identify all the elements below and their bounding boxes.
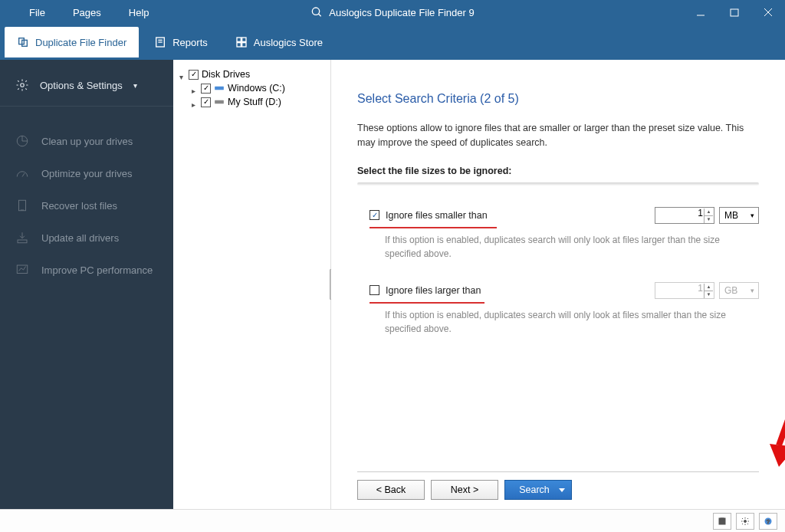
svg-point-0 — [312, 8, 319, 15]
window-controls — [684, 0, 785, 25]
gauge-icon — [15, 166, 29, 180]
save-icon — [718, 517, 727, 526]
ignore-larger-label: Ignore files larger than — [386, 285, 481, 296]
section-divider — [357, 182, 759, 186]
app-title: Auslogics Duplicate File Finder 9 — [310, 6, 474, 18]
options-settings-label: Options & Settings — [40, 80, 123, 91]
search-button[interactable]: Search — [504, 480, 572, 500]
recover-icon — [15, 199, 29, 212]
duplicate-icon — [17, 36, 29, 48]
sidebar-item-cleanup[interactable]: Clean up your drives — [0, 125, 173, 157]
svg-rect-14 — [241, 43, 245, 47]
chevron-down-icon: ▾ — [133, 81, 137, 90]
sidebar-item-optimize[interactable]: Optimize your drives — [0, 157, 173, 189]
section-label: Select the file sizes to be ignored: — [357, 166, 759, 176]
checkbox-checked[interactable]: ✓ — [189, 70, 199, 80]
caret-right-icon[interactable] — [192, 85, 198, 91]
settings-icon-button[interactable] — [736, 513, 754, 530]
tree-label: Disk Drives — [202, 69, 250, 80]
tab-label: Auslogics Store — [254, 37, 323, 48]
status-bar: ? — [0, 509, 785, 532]
svg-rect-22 — [215, 87, 224, 90]
svg-rect-12 — [241, 38, 245, 41]
annotation-arrow-icon — [768, 370, 785, 470]
checkbox-ignore-smaller[interactable]: ✓ — [370, 210, 379, 220]
maximize-button[interactable] — [718, 0, 751, 25]
help-icon-button[interactable]: ? — [759, 513, 777, 530]
save-icon-button[interactable] — [713, 513, 731, 530]
gear-icon — [741, 517, 750, 526]
sidebar-item-label: Clean up your drives — [41, 136, 133, 147]
tree-drive-d[interactable]: ✓ My Stuff (D:) — [192, 95, 324, 109]
sidebar-item-performance[interactable]: Improve PC performance — [0, 254, 173, 286]
tab-label: Reports — [172, 37, 208, 48]
drive-tree: ✓ Disk Drives ✓ Windows (C:) ✓ My Stuff … — [173, 60, 331, 509]
larger-value-input: 1 ▲▼ — [655, 282, 714, 299]
sidebar-item-recover[interactable]: Recover lost files — [0, 189, 173, 222]
caret-right-icon[interactable] — [192, 99, 198, 105]
larger-help-text: If this option is enabled, duplicates se… — [357, 308, 733, 336]
smaller-value-input[interactable]: 1 ▲▼ — [655, 207, 714, 224]
svg-rect-13 — [237, 43, 241, 47]
drive-icon — [214, 83, 225, 94]
annotation-underline — [370, 302, 484, 304]
menu-pages[interactable]: Pages — [59, 2, 115, 23]
svg-line-1 — [318, 14, 320, 16]
checkbox-checked[interactable]: ✓ — [201, 97, 211, 107]
help-icon: ? — [764, 517, 773, 526]
back-button[interactable]: < Back — [357, 480, 425, 500]
caret-down-icon[interactable] — [179, 71, 186, 77]
tree-drive-c[interactable]: ✓ Windows (C:) — [192, 81, 324, 95]
next-button[interactable]: Next > — [431, 480, 498, 500]
magnifier-icon — [310, 6, 323, 18]
drive-icon — [214, 97, 225, 107]
svg-rect-20 — [18, 240, 27, 243]
chart-icon — [15, 263, 29, 277]
sidebar-item-label: Optimize your drives — [41, 168, 132, 179]
spinner[interactable]: ▲▼ — [704, 209, 713, 222]
close-button[interactable] — [751, 0, 785, 25]
svg-text:?: ? — [767, 518, 770, 524]
tab-store[interactable]: Auslogics Store — [223, 27, 335, 57]
report-icon — [154, 36, 166, 48]
svg-point-15 — [21, 84, 25, 87]
checkbox-ignore-larger[interactable] — [370, 285, 379, 295]
sidebar-item-label: Recover lost files — [41, 200, 117, 212]
sidebar-item-drivers[interactable]: Update all drivers — [0, 222, 173, 254]
spinner: ▲▼ — [704, 284, 713, 297]
wizard-page: Select Search Criteria (2 of 5) These op… — [331, 60, 785, 509]
page-title: Select Search Criteria (2 of 5) — [357, 92, 759, 106]
tab-duplicate-file-finder[interactable]: Duplicate File Finder — [5, 27, 139, 57]
tree-root[interactable]: ✓ Disk Drives — [179, 67, 324, 81]
checkbox-checked[interactable]: ✓ — [201, 84, 211, 94]
menu-file[interactable]: File — [15, 2, 59, 23]
larger-unit-select: GB — [719, 282, 759, 299]
svg-line-17 — [22, 173, 25, 177]
svg-rect-25 — [721, 518, 724, 521]
ribbon-tabs: Duplicate File Finder Reports Auslogics … — [0, 25, 785, 60]
gear-icon — [15, 78, 29, 92]
tab-reports[interactable]: Reports — [142, 27, 220, 57]
sidebar-item-label: Update all drivers — [41, 232, 119, 244]
tree-label: My Stuff (D:) — [228, 97, 281, 107]
minimize-button[interactable] — [684, 0, 718, 25]
pie-icon — [15, 134, 29, 148]
menu-help[interactable]: Help — [115, 2, 163, 23]
svg-rect-11 — [237, 38, 241, 41]
smaller-unit-select[interactable]: MB — [719, 207, 759, 224]
smaller-help-text: If this option is enabled, duplicates se… — [357, 233, 733, 261]
sidebar-item-label: Improve PC performance — [41, 264, 153, 276]
page-description: These options allow to ignore files that… — [357, 121, 759, 150]
ignore-smaller-label: Ignore files smaller than — [386, 210, 488, 221]
wizard-footer: < Back Next > Search — [357, 471, 759, 500]
store-icon — [235, 36, 248, 48]
annotation-underline — [370, 227, 497, 228]
options-settings-button[interactable]: Options & Settings ▾ — [0, 60, 173, 107]
svg-point-26 — [744, 520, 747, 522]
title-bar: File Pages Help Auslogics Duplicate File… — [0, 0, 785, 25]
svg-rect-23 — [215, 100, 224, 104]
tree-label: Windows (C:) — [228, 83, 285, 94]
sidebar: Options & Settings ▾ Clean up your drive… — [0, 60, 173, 509]
download-icon — [15, 231, 29, 245]
svg-rect-3 — [731, 9, 738, 16]
